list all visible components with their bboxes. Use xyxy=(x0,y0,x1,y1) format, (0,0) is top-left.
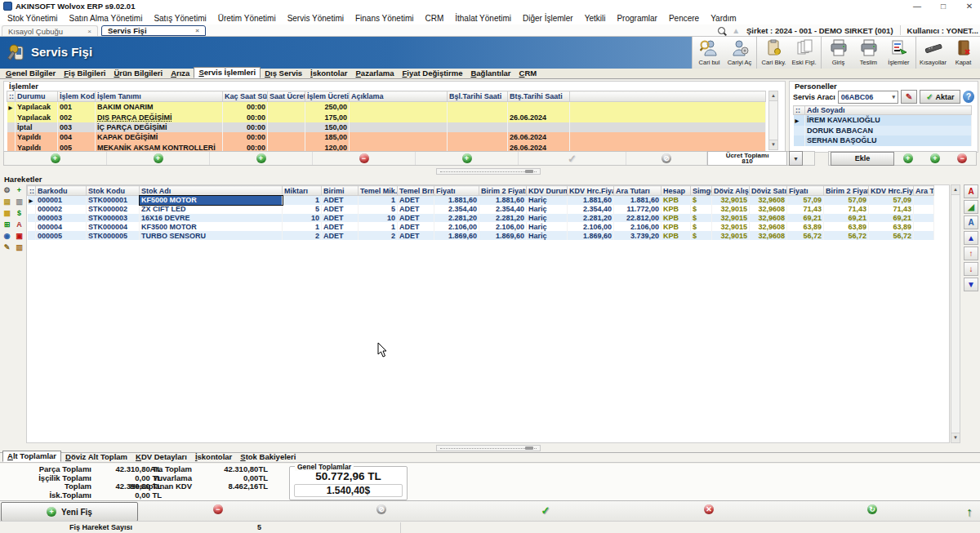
tab-ar-za[interactable]: Arıza xyxy=(167,69,194,78)
column-header[interactable]: Stok Adı xyxy=(140,186,283,196)
tab-d-servis[interactable]: Dış Servis xyxy=(261,69,306,78)
cell[interactable]: 175,00 xyxy=(305,112,350,122)
delete-fis-icon[interactable]: − xyxy=(213,504,223,514)
menu-item[interactable]: Yardım xyxy=(705,14,742,23)
cell[interactable]: 69,21 xyxy=(824,214,869,223)
cell[interactable]: 32,9608 xyxy=(750,214,787,223)
add-record-icon[interactable]: + xyxy=(51,153,60,163)
cell[interactable] xyxy=(914,196,934,205)
cell[interactable]: 1.881,60 xyxy=(568,196,614,205)
add-icon[interactable]: + xyxy=(14,184,24,195)
ucret-dropdown-button[interactable]: ▼ xyxy=(789,151,803,166)
cell[interactable]: ADET xyxy=(398,231,434,240)
cell[interactable]: 00:00 xyxy=(223,102,268,113)
cell[interactable]: 000004 xyxy=(36,222,87,231)
cell[interactable]: KPB xyxy=(662,205,691,214)
tab-genel-bilgiler[interactable]: Genel Bilgiler xyxy=(2,69,60,78)
islemler-row[interactable]: Yapıldı004KAPAK DEĞİŞİMİ00:00185,0026.06… xyxy=(7,132,766,142)
font-a-icon[interactable]: A xyxy=(964,184,978,198)
cell[interactable]: Yapıldı xyxy=(16,132,58,142)
column-header[interactable]: KDV Hrc.Fiyat xyxy=(568,186,614,196)
toolbar-button-teslim[interactable]: Teslim xyxy=(853,37,884,69)
cell[interactable]: 56,72 xyxy=(869,231,914,240)
post-record-icon[interactable]: ✓ xyxy=(568,153,577,165)
personel-row[interactable]: DORUK BABACAN xyxy=(794,126,972,136)
cell[interactable]: 2.106,00 xyxy=(434,222,479,231)
cell[interactable]: 5 xyxy=(283,205,322,214)
font-az-icon[interactable]: A xyxy=(14,219,24,229)
cancel-edit-icon[interactable]: ⊘ xyxy=(662,153,671,163)
cell[interactable]: ADET xyxy=(398,205,434,214)
cell[interactable]: 71,43 xyxy=(869,205,914,214)
cell[interactable]: BAKIM ONARIM xyxy=(96,102,223,113)
cell[interactable]: STK000005 xyxy=(87,231,140,240)
cell[interactable]: 2 xyxy=(283,231,322,240)
totals-tab-kdv-detaylar-[interactable]: KDV Detayları xyxy=(131,452,191,462)
column-header[interactable]: Stok Kodu xyxy=(87,186,140,196)
cell[interactable]: STK000003 xyxy=(87,214,140,223)
column-header[interactable]: İşlem Tanımı xyxy=(96,91,223,102)
cell[interactable] xyxy=(448,102,508,113)
tab-servis-i-lemleri[interactable]: Servis İşlemleri xyxy=(194,67,261,78)
add-record-icon[interactable]: + xyxy=(462,153,472,163)
cell[interactable]: 1.881,60 xyxy=(479,196,527,205)
edit-disabled-icon[interactable]: ⊘ xyxy=(376,504,386,514)
cell[interactable] xyxy=(268,122,305,132)
doc-tab-servis-fisi[interactable]: Servis Fişi× xyxy=(101,25,206,36)
down-double-icon[interactable]: ▼ xyxy=(964,278,978,291)
cell[interactable]: 1.869,60 xyxy=(434,231,479,240)
cell[interactable] xyxy=(350,122,448,132)
islemler-vscrollbar[interactable]: ▲ ▼ xyxy=(768,91,778,150)
tab-pazarlama[interactable]: Pazarlama xyxy=(352,69,399,78)
cell[interactable]: 63,89 xyxy=(824,222,869,231)
column-header[interactable]: Durumu xyxy=(16,91,58,102)
column-header[interactable]: Açıklama xyxy=(350,91,448,102)
add-icon[interactable]: + xyxy=(903,153,913,163)
cell[interactable]: 32,9608 xyxy=(750,231,787,240)
toolbar-button-eski-fi-l-[interactable]: Eski Fişl. xyxy=(789,37,819,69)
toolbar-button-cari-bul[interactable]: Cari bul xyxy=(694,37,724,69)
tab-close-icon[interactable]: × xyxy=(87,28,91,35)
cell[interactable]: 000002 xyxy=(36,205,87,214)
menu-item[interactable]: Stok Yönetimi xyxy=(2,14,64,23)
search-icon[interactable] xyxy=(718,27,725,34)
column-header[interactable]: Adı Soyadı xyxy=(805,106,972,115)
cell[interactable]: $ xyxy=(691,205,712,214)
cell[interactable]: 00:00 xyxy=(223,132,268,142)
cell[interactable] xyxy=(268,102,305,113)
cell[interactable] xyxy=(914,205,934,214)
menu-item[interactable]: Üretim Yönetimi xyxy=(212,14,282,23)
column-header[interactable]: Barkodu xyxy=(36,186,87,196)
dollar-icon[interactable]: $ xyxy=(14,207,24,218)
hareket-row[interactable]: 000003STK00000316X16 DEVRE10ADET10ADET2.… xyxy=(28,214,934,223)
tab-crm[interactable]: CRM xyxy=(515,69,541,78)
cell[interactable]: KPB xyxy=(662,196,691,205)
column-header[interactable]: Btş.Tarihi Saati xyxy=(508,91,570,102)
cell[interactable]: $ xyxy=(691,222,712,231)
cell[interactable] xyxy=(508,102,570,113)
cell[interactable]: ADET xyxy=(322,222,359,231)
totals-tab-d-viz-alt-toplam[interactable]: Döviz Alt Toplam xyxy=(61,452,131,462)
doc-tab-kisayol[interactable]: Kısayol Çubuğu× xyxy=(2,25,98,36)
menu-item[interactable]: Finans Yönetimi xyxy=(350,14,420,23)
cell[interactable] xyxy=(914,231,934,240)
column-header[interactable]: Birim 2 Fiyatı xyxy=(824,186,869,196)
column-header[interactable]: Fiyatı xyxy=(787,186,824,196)
tab-fi-bilgileri[interactable]: Fiş Bilgileri xyxy=(60,69,109,78)
column-header[interactable]: Simge xyxy=(691,186,712,196)
cell[interactable] xyxy=(350,102,448,113)
gear-icon[interactable]: ⚙ xyxy=(2,184,12,195)
menu-item[interactable]: Satış Yönetimi xyxy=(148,14,212,23)
menu-item[interactable]: Servis Yönetimi xyxy=(282,14,350,23)
doc-copy-icon[interactable]: ▥ xyxy=(14,196,24,207)
scroll-up-icon[interactable]: ▲ xyxy=(769,91,777,101)
cell[interactable]: 57,09 xyxy=(869,196,914,205)
servis-araci-combobox[interactable]: 06ABC06▾ xyxy=(838,91,898,104)
cell[interactable]: 56,72 xyxy=(787,231,824,240)
cell[interactable] xyxy=(448,132,508,142)
cell[interactable] xyxy=(914,222,934,231)
totals-tab-i-skontolar[interactable]: İskontolar xyxy=(191,452,236,462)
cell[interactable] xyxy=(508,122,570,132)
column-header[interactable]: Kaç Saat Sürdü xyxy=(223,91,268,102)
doc-plus-icon[interactable]: ⊞ xyxy=(2,219,12,229)
